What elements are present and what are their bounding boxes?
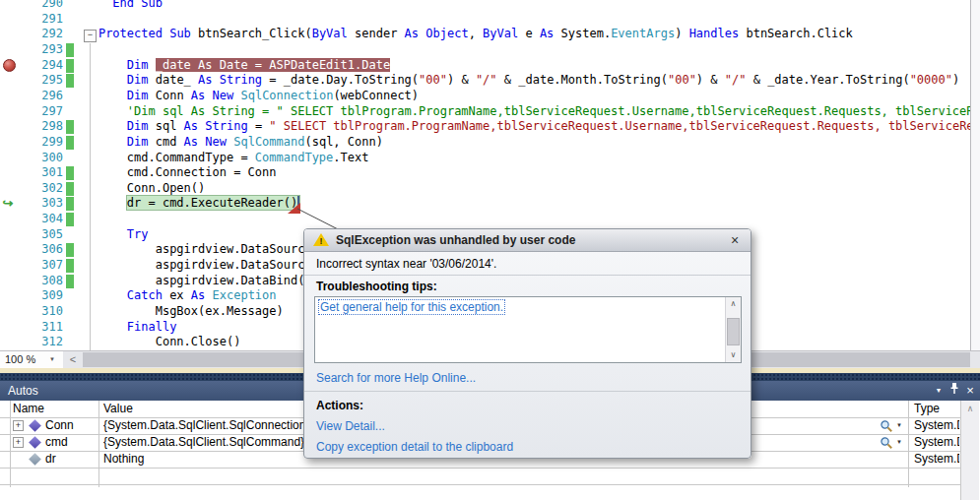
line-number: 311	[28, 320, 63, 336]
code-text: Finally	[70, 320, 176, 336]
editor-vertical-scrollbar[interactable]	[970, 0, 980, 350]
code-text: cmd.CommandType = CommandType.Text	[70, 151, 368, 166]
line-number: 292	[28, 27, 63, 42]
zoom-level-select[interactable]: 100 % ▼	[0, 351, 64, 368]
code-line-298[interactable]: 298 Dim sql As String = " SELECT tblProg…	[0, 119, 980, 135]
code-text: aspgirdview.DataSource	[70, 242, 312, 258]
code-line-290[interactable]: 290 End Sub	[0, 0, 980, 12]
pin-icon[interactable]	[947, 381, 961, 401]
magnifier-icon[interactable]	[880, 419, 893, 433]
exception-dialog-titlebar: ! SqlException was unhandled by user cod…	[304, 229, 751, 252]
line-number: 301	[28, 165, 63, 181]
variable-name: dr	[45, 451, 95, 468]
close-icon[interactable]: ×	[963, 381, 977, 401]
code-line-292[interactable]: 292 Protected Sub btnSearch_Click(ByVal …	[0, 27, 980, 42]
code-text: aspgirdview.DataBind()	[70, 274, 312, 289]
code-text: Dim Conn As New SqlConnection(webConnect…	[70, 89, 419, 104]
code-text: Dim date_ As String = _date.Day.ToString…	[70, 73, 959, 89]
expander-icon[interactable]: +	[13, 437, 24, 448]
scroll-up-arrow-icon[interactable]: ∧	[726, 297, 741, 311]
close-icon[interactable]: ×	[727, 229, 743, 251]
code-text: Dim cmd As New SqlCommand(sql, Conn)	[70, 135, 383, 151]
grid-line	[0, 468, 961, 469]
autos-vertical-scrollbar[interactable]: ∧	[960, 401, 979, 500]
line-number: 300	[28, 151, 63, 166]
code-line-300[interactable]: 300 cmd.CommandType = CommandType.Text	[0, 151, 980, 166]
exception-message: Incorrect syntax near '03/06/2014'.	[316, 257, 496, 271]
line-number: 312	[28, 335, 63, 350]
code-text: cmd.Connection = Conn	[70, 165, 277, 181]
line-number: 305	[28, 227, 63, 243]
code-line-295[interactable]: 295 Dim date_ As String = _date.Day.ToSt…	[0, 73, 980, 89]
line-number: 298	[28, 119, 63, 135]
scroll-down-arrow-icon[interactable]: ∨	[726, 348, 741, 362]
code-line-296[interactable]: 296 Dim Conn As New SqlConnection(webCon…	[0, 89, 980, 104]
code-line-293[interactable]: 293	[0, 42, 980, 58]
variable-name: cmd	[45, 434, 95, 451]
chevron-down-icon[interactable]: ▼	[896, 417, 902, 434]
current-statement-arrow: ↪	[0, 196, 16, 211]
vs-debug-screen: 290 End Sub291292 Protected Sub btnSearc…	[0, 0, 980, 500]
code-text: aspgirdview.DataSource	[70, 258, 312, 274]
scrollbar-thumb[interactable]	[727, 318, 740, 345]
chevron-down-icon[interactable]: ▼	[896, 434, 902, 451]
variable-type: System.D	[914, 434, 959, 451]
collapse-toggle[interactable]: −	[84, 30, 97, 42]
line-number: 306	[28, 242, 63, 258]
divider	[304, 275, 751, 276]
code-text: Conn.Open()	[70, 181, 205, 197]
line-number: 303	[28, 196, 63, 212]
line-number: 308	[28, 274, 63, 289]
line-number: 307	[28, 258, 63, 274]
scroll-left-arrow-icon[interactable]: <	[63, 351, 83, 368]
troubleshooting-tips-listbox[interactable]: Get general help for this exception. ∧ ∨	[314, 296, 742, 363]
divider	[304, 391, 751, 392]
code-line-291[interactable]: 291	[0, 12, 980, 28]
exception-source-marker-icon	[288, 203, 300, 214]
line-number: 291	[28, 12, 63, 28]
breakpoint-icon[interactable]	[3, 59, 16, 72]
code-text: dr = cmd.ExecuteReader()	[70, 196, 299, 212]
line-number: 310	[28, 304, 63, 320]
tips-list: Get general help for this exception.	[318, 299, 723, 315]
search-help-online-link[interactable]: Search for more Help Online...	[316, 371, 476, 385]
warning-icon: !	[313, 233, 329, 247]
code-line-294[interactable]: 294 Dim _date As Date = ASPDateEdit1.Dat…	[0, 58, 980, 74]
variable-type: System.D	[914, 417, 959, 434]
code-line-301[interactable]: 301 cmd.Connection = Conn	[0, 165, 980, 181]
code-text: End Sub	[70, 0, 163, 12]
variable-icon	[29, 419, 41, 432]
line-number: 302	[28, 181, 63, 197]
line-number: 296	[28, 89, 63, 104]
copy-exception-detail-link[interactable]: Copy exception detail to the clipboard	[316, 440, 513, 454]
line-number: 293	[28, 42, 63, 58]
line-number: 297	[28, 104, 63, 120]
change-tracking-bar	[66, 43, 74, 57]
column-header-name[interactable]: Name	[13, 401, 44, 417]
column-header-value[interactable]: Value	[103, 401, 133, 417]
autos-title: Autos	[8, 381, 38, 401]
magnifier-icon[interactable]	[880, 436, 893, 450]
actions-label: Actions:	[316, 399, 363, 412]
code-line-302[interactable]: 302 Conn.Open()	[0, 181, 980, 197]
code-text: Conn.Close()	[70, 335, 240, 350]
code-text: Try	[70, 227, 148, 243]
code-text: Dim sql As String = " SELECT tblProgram.…	[70, 119, 980, 135]
variable-icon	[29, 453, 41, 466]
code-line-299[interactable]: 299 Dim cmd As New SqlCommand(sql, Conn)	[0, 135, 980, 151]
line-number: 295	[28, 73, 63, 89]
code-line-297[interactable]: 297 'Dim sql As String = " SELECT tblPro…	[0, 104, 980, 120]
window-menu-icon[interactable]: ▼	[932, 381, 946, 401]
code-text: MsgBox(ex.Message)	[70, 304, 284, 320]
variable-icon	[29, 436, 41, 449]
tip-link[interactable]: Get general help for this exception.	[318, 299, 505, 315]
listbox-scrollbar[interactable]: ∧ ∨	[725, 297, 741, 362]
code-line-303[interactable]: 303 dr = cmd.ExecuteReader()	[0, 196, 980, 212]
view-detail-link[interactable]: View Detail...	[316, 419, 385, 433]
scroll-up-arrow-icon[interactable]: ∧	[961, 402, 979, 416]
code-line-304[interactable]: 304	[0, 212, 980, 227]
zoom-level-value: 100 %	[5, 351, 35, 368]
column-header-type[interactable]: Type	[914, 401, 940, 417]
line-number: 294	[28, 58, 63, 74]
expander-icon[interactable]: +	[13, 420, 24, 431]
